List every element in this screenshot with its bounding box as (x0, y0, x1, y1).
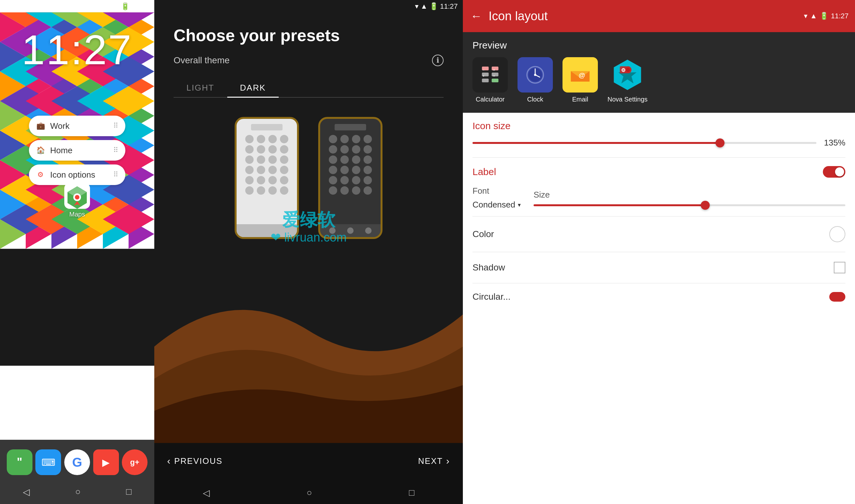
maps-icon (64, 183, 90, 209)
maps-label: Maps (69, 211, 85, 218)
bottom-bar: " ⌨ G ▶ g+ ◁ ○ □ (0, 440, 154, 504)
battery-icon-2: 🔋 (430, 2, 438, 11)
panel1-homescreen: ▾ ▲ 🔋 11:27 11:27 💼 Work ⠿ 🏠 Home ⠿ ⚙ (0, 0, 154, 504)
icon-size-slider[interactable] (472, 142, 816, 144)
home-label: Home (50, 145, 72, 156)
tab-light[interactable]: LIGHT (174, 79, 227, 97)
icon-options-label: Icon options (50, 170, 95, 180)
phone-light (234, 117, 299, 239)
home-nav-icon[interactable]: ○ (75, 487, 81, 497)
label-toggle[interactable] (823, 166, 845, 178)
svg-text:@: @ (579, 71, 585, 79)
back-button[interactable]: ← (471, 9, 482, 23)
preview-label: Preview (472, 40, 845, 51)
svg-text:+: + (483, 74, 485, 78)
prev-chevron-icon: ‹ (167, 455, 171, 466)
wifi-icon-2: ▾ (415, 2, 419, 11)
status-icons: ▾ ▲ 🔋 11:27 (106, 2, 149, 11)
folder-home[interactable]: 🏠 Home ⠿ (29, 140, 125, 161)
home-icon: 🏠 (35, 145, 46, 156)
preview-icons-row: – × + = Calculator (472, 57, 845, 103)
divider-1 (472, 157, 845, 158)
svg-text:=: = (493, 74, 495, 78)
color-circle[interactable] (829, 226, 845, 242)
folder-work[interactable]: 💼 Work ⠿ (29, 115, 125, 136)
back-nav-icon[interactable]: ◁ (23, 487, 30, 497)
tab-dark[interactable]: DARK (227, 79, 279, 98)
divider-4 (472, 283, 845, 283)
recents-nav-icon[interactable]: □ (126, 487, 132, 497)
svg-marker-90 (0, 249, 154, 365)
previous-button[interactable]: ‹ PREVIOUS (167, 455, 223, 466)
drag-handle-home: ⠿ (113, 146, 119, 155)
next-button[interactable]: NEXT › (418, 455, 450, 466)
recents-nav-icon-2[interactable]: □ (409, 488, 414, 498)
signal-icon-2: ▲ (420, 2, 428, 11)
circular-toggle[interactable] (829, 292, 845, 302)
panel2-presets: ▾ ▲ 🔋 11:27 Choose your presets Overall … (154, 0, 463, 504)
time-3: 11:27 (831, 12, 849, 20)
shadow-label: Shadow (472, 263, 505, 273)
bg-curves (154, 250, 463, 443)
folder-left-home: 🏠 Home (35, 145, 72, 156)
toolbar-3: ← Icon layout ▾ ▲ 🔋 11:27 (463, 0, 855, 32)
options-gear-icon: ⚙ (35, 169, 46, 180)
svg-point-96 (75, 195, 80, 199)
nova-settings-icon-box: ⚙ (610, 57, 645, 92)
svg-point-122 (626, 68, 630, 72)
drag-handle-work: ⠿ (113, 122, 119, 130)
email-label: Email (572, 96, 588, 103)
nova-settings-label: Nova Settings (608, 96, 648, 103)
back-nav-icon-2[interactable]: ◁ (203, 488, 210, 498)
maps-icon-area[interactable]: Maps (64, 183, 90, 218)
bottom-nav-2: ‹ PREVIOUS NEXT › ◁ ○ □ (154, 440, 463, 504)
overall-theme-label: Overall theme (174, 55, 229, 66)
youtube-icon[interactable]: ▶ (93, 449, 119, 475)
drag-handle-options: ⠿ (113, 170, 119, 179)
gplus-icon[interactable]: g+ (122, 449, 147, 475)
prev-label: PREVIOUS (174, 456, 223, 466)
hangouts-icon[interactable]: " (7, 449, 33, 475)
google-icon[interactable]: G (64, 449, 90, 475)
prev-next-row: ‹ PREVIOUS NEXT › (154, 440, 463, 482)
next-label: NEXT (418, 456, 443, 466)
preview-clock: Clock (518, 57, 553, 103)
svg-rect-101 (492, 73, 499, 76)
svg-text:⚙: ⚙ (621, 68, 626, 73)
folder-left-options: ⚙ Icon options (35, 169, 95, 180)
settings-body: Icon size 135% Label Font Condensed ▾ (463, 113, 855, 504)
svg-rect-103 (492, 79, 499, 83)
nav-bar-2: ◁ ○ □ (154, 482, 463, 504)
icon-size-slider-row: 135% (472, 134, 845, 154)
clock-icon-box (518, 57, 553, 92)
font-condensed-row[interactable]: Condensed ▾ (472, 200, 521, 210)
size-slider-col: Size (534, 190, 845, 206)
svg-rect-99 (492, 67, 499, 70)
wifi-icon: ▾ (106, 2, 110, 11)
calculator-label: Calculator (476, 96, 505, 103)
wifi-icon-3: ▾ (804, 12, 807, 20)
keyboard-icon[interactable]: ⌨ (35, 449, 61, 475)
info-icon[interactable]: ℹ (432, 55, 443, 66)
email-icon-box: @ (562, 57, 598, 92)
icon-size-value: 135% (823, 138, 845, 148)
presets-title: Choose your presets (174, 26, 443, 45)
home-nav-icon-2[interactable]: ○ (307, 488, 312, 498)
panel3-icon-layout: ← Icon layout ▾ ▲ 🔋 11:27 Preview (463, 0, 855, 504)
font-size-row: Font Condensed ▾ Size (472, 183, 845, 213)
shadow-checkbox[interactable] (834, 262, 845, 273)
label-toggle-row: Label (472, 161, 845, 183)
nav-bar-1: ◁ ○ □ (0, 482, 154, 504)
signal-icon: ▲ (112, 2, 119, 11)
folder-left: 💼 Work (35, 121, 69, 131)
svg-rect-102 (482, 79, 489, 83)
phone-dark-screen (320, 119, 381, 237)
font-size-slider[interactable] (534, 204, 845, 206)
work-label: Work (50, 121, 69, 131)
phones-area (174, 117, 443, 239)
status-bar-2: ▾ ▲ 🔋 11:27 (154, 0, 463, 13)
svg-point-113 (534, 74, 537, 76)
folder-menu: 💼 Work ⠿ 🏠 Home ⠿ ⚙ Icon options ⠿ (29, 115, 125, 185)
battery-icon-3: 🔋 (820, 12, 828, 20)
folder-icon-options[interactable]: ⚙ Icon options ⠿ (29, 164, 125, 185)
